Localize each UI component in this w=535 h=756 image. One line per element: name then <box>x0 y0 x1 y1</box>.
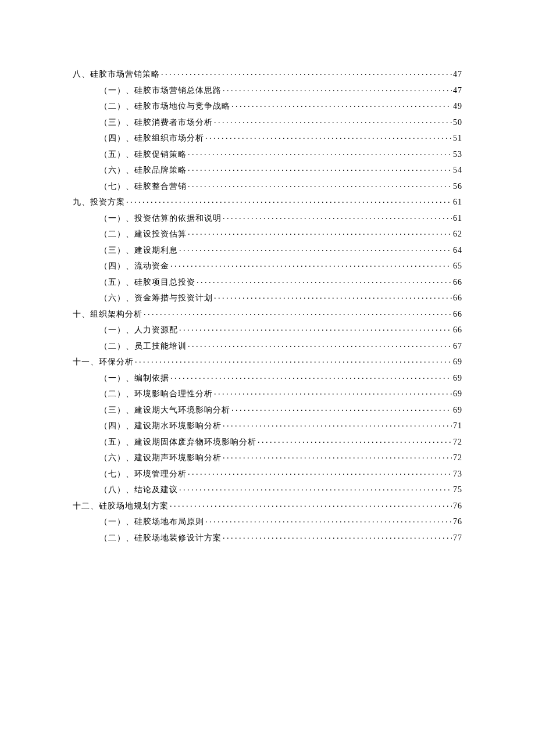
toc-entry-page: 53 <box>453 151 462 159</box>
toc-entry-title: （七）、硅胶整合营销 <box>99 182 187 191</box>
toc-entry-page: 47 <box>453 87 462 95</box>
toc-entry: 十二、硅胶场地规划方案76 <box>73 500 462 510</box>
toc-entry: （二）、建设投资估算62 <box>99 228 462 238</box>
toc-entry-title: （一）、人力资源配 <box>99 326 178 334</box>
toc-entry-title: （二）、环境影响合理性分析 <box>99 390 213 398</box>
toc-leader-dots <box>188 181 452 189</box>
toc-entry-page: 47 <box>453 70 462 78</box>
toc-entry-title: （一）、投资估算的依据和说明 <box>99 214 222 223</box>
toc-entry: （四）、流动资金65 <box>99 260 462 270</box>
toc-entry-page: 56 <box>453 182 462 191</box>
toc-leader-dots <box>144 309 452 317</box>
toc-leader-dots <box>188 164 452 173</box>
toc-entry-page: 69 <box>453 406 462 414</box>
toc-entry-title: （三）、硅胶消费者市场分析 <box>99 119 213 127</box>
toc-entry-title: （三）、建设期大气环境影响分析 <box>99 406 230 414</box>
toc-entry: 十、组织架构分析66 <box>73 309 462 318</box>
toc-leader-dots <box>223 452 452 460</box>
toc-entry: 九、投资方案61 <box>73 196 462 206</box>
toc-leader-dots <box>214 292 452 300</box>
toc-entry-title: 十二、硅胶场地规划方案 <box>73 502 169 510</box>
toc-entry: （二）、硅胶市场地位与竞争战略49 <box>99 101 462 110</box>
toc-entry: （八）、结论及建议75 <box>99 484 462 494</box>
toc-entry-title: （五）、建设期固体废弃物环境影响分析 <box>99 438 256 446</box>
toc-leader-dots <box>179 245 452 253</box>
toc-entry-page: 72 <box>453 438 462 446</box>
toc-entry: （一）、编制依据69 <box>99 372 462 382</box>
toc-leader-dots <box>170 500 452 508</box>
toc-entry-title: （七）、环境管理分析 <box>99 470 187 478</box>
toc-entry: （二）、硅胶场地装修设计方案77 <box>99 532 462 542</box>
toc-leader-dots <box>258 436 452 445</box>
toc-leader-dots <box>135 356 452 364</box>
toc-entry-page: 69 <box>453 374 462 382</box>
toc-entry-page: 66 <box>453 294 462 302</box>
toc-entry-page: 69 <box>453 390 462 398</box>
toc-leader-dots <box>179 484 452 492</box>
toc-leader-dots <box>188 468 452 476</box>
toc-entry-title: （四）、硅胶组织市场分析 <box>99 134 204 142</box>
toc-leader-dots <box>231 404 452 413</box>
toc-entry: （四）、硅胶组织市场分析51 <box>99 132 462 142</box>
toc-leader-dots <box>126 196 452 205</box>
toc-entry-page: 71 <box>453 422 462 430</box>
toc-entry-page: 66 <box>453 310 462 318</box>
toc-entry: （一）、人力资源配66 <box>99 324 462 334</box>
toc-leader-dots <box>197 277 452 285</box>
toc-entry: （五）、硅胶项目总投资66 <box>99 277 462 286</box>
toc-entry-page: 61 <box>453 214 462 223</box>
toc-leader-dots <box>205 516 452 524</box>
toc-entry-page: 64 <box>453 246 462 255</box>
table-of-contents: 八、硅胶市场营销策略47（一）、硅胶市场营销总体思路47（二）、硅胶市场地位与竞… <box>73 69 462 542</box>
toc-entry-title: （四）、建设期水环境影响分析 <box>99 422 222 430</box>
toc-entry-page: 73 <box>453 470 462 478</box>
toc-entry: （五）、建设期固体废弃物环境影响分析72 <box>99 436 462 446</box>
toc-entry-title: （五）、硅胶促销策略 <box>99 151 187 159</box>
toc-entry: （三）、硅胶消费者市场分析50 <box>99 117 462 127</box>
toc-entry-page: 65 <box>453 262 462 270</box>
toc-entry-title: 九、投资方案 <box>73 198 125 206</box>
toc-entry: （六）、资金筹措与投资计划66 <box>99 292 462 302</box>
toc-leader-dots <box>231 101 452 109</box>
toc-leader-dots <box>188 149 452 157</box>
toc-entry-page: 62 <box>453 230 462 238</box>
toc-entry-page: 76 <box>453 518 462 526</box>
toc-entry-page: 69 <box>453 358 462 366</box>
toc-leader-dots <box>179 324 452 332</box>
toc-entry: （一）、硅胶场地布局原则76 <box>99 516 462 526</box>
toc-entry-title: 十、组织架构分析 <box>73 310 142 318</box>
toc-entry-page: 50 <box>453 119 462 127</box>
toc-leader-dots <box>214 388 452 396</box>
toc-entry-title: （二）、员工技能培训 <box>99 342 187 350</box>
toc-entry: （七）、硅胶整合营销56 <box>99 181 462 191</box>
toc-entry-title: （二）、硅胶市场地位与竞争战略 <box>99 102 230 110</box>
toc-entry-title: 八、硅胶市场营销策略 <box>73 70 160 78</box>
toc-entry: （四）、建设期水环境影响分析71 <box>99 420 462 430</box>
document-page: 八、硅胶市场营销策略47（一）、硅胶市场营销总体思路47（二）、硅胶市场地位与竞… <box>0 0 535 756</box>
toc-entry-title: （八）、结论及建议 <box>99 486 178 494</box>
toc-leader-dots <box>170 260 452 268</box>
toc-entry: 十一、环保分析69 <box>73 356 462 366</box>
toc-leader-dots <box>223 420 452 428</box>
toc-entry-page: 54 <box>453 166 462 174</box>
toc-entry-page: 66 <box>453 326 462 334</box>
toc-leader-dots <box>170 372 452 381</box>
toc-entry-page: 51 <box>453 134 462 142</box>
toc-entry-page: 75 <box>453 486 462 494</box>
toc-leader-dots <box>223 85 452 93</box>
toc-leader-dots <box>214 117 452 125</box>
toc-entry: （六）、硅胶品牌策略54 <box>99 164 462 174</box>
toc-leader-dots <box>188 228 452 237</box>
toc-entry: （二）、员工技能培训67 <box>99 341 462 350</box>
toc-entry-title: （五）、硅胶项目总投资 <box>99 278 195 286</box>
toc-entry-title: （六）、建设期声环境影响分析 <box>99 454 222 462</box>
toc-entry-title: 十一、环保分析 <box>73 358 134 366</box>
toc-entry-page: 49 <box>453 102 462 110</box>
toc-entry-title: （六）、资金筹措与投资计划 <box>99 294 213 302</box>
toc-entry-page: 77 <box>453 534 462 542</box>
toc-entry: （六）、建设期声环境影响分析72 <box>99 452 462 462</box>
toc-entry-page: 67 <box>453 342 462 350</box>
toc-entry-title: （二）、建设投资估算 <box>99 230 187 238</box>
toc-entry: （二）、环境影响合理性分析69 <box>99 388 462 398</box>
toc-leader-dots <box>161 69 452 77</box>
